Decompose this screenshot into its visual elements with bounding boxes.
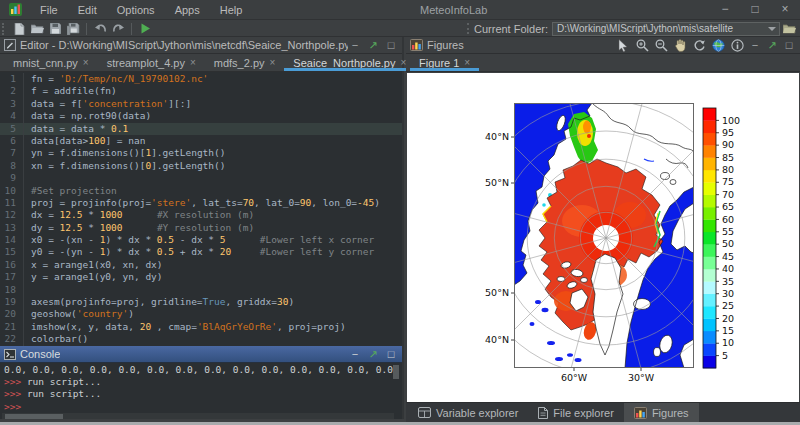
undo-button[interactable] xyxy=(91,21,109,36)
meteoinfolab-window: { "window": { "title": "MeteoInfoLab", "… xyxy=(0,0,800,425)
close-icon[interactable]: × xyxy=(190,57,196,68)
close-icon[interactable]: × xyxy=(464,57,470,68)
colorbar-tick-label: 45 xyxy=(722,251,734,262)
run-script-button[interactable] xyxy=(136,21,154,36)
window-minimize-button[interactable]: − xyxy=(710,0,740,20)
editor-float-button[interactable]: ↗ xyxy=(366,38,380,52)
code-text: colorbar() xyxy=(31,333,88,345)
editor-panel-title: Editor - D:\Working\MIScript\Jython\mis\… xyxy=(20,39,348,51)
tab-streamplot_4-py[interactable]: streamplot_4.py× xyxy=(98,54,205,71)
editor-minimize-button[interactable]: − xyxy=(348,38,362,52)
colorbar-tick-label: 90 xyxy=(722,139,734,150)
new-file-button[interactable] xyxy=(10,21,28,36)
console-prompt: >>> xyxy=(4,388,27,399)
code-editor[interactable]: 1fn = 'D:/Temp/nc/N_19790102.nc'2f = add… xyxy=(0,73,402,346)
code-line[interactable]: 10#Set projection xyxy=(0,185,402,197)
code-line[interactable]: 6data[data>100] = nan xyxy=(0,135,402,147)
zoom-in-icon xyxy=(636,39,649,52)
menu-item-help[interactable]: Help xyxy=(210,0,253,20)
code-line[interactable]: 16x = arange1(x0, xn, dx) xyxy=(0,259,402,271)
colorbar-tick-label: 15 xyxy=(722,325,734,336)
tab-file-explorer[interactable]: File explorer xyxy=(528,403,624,422)
console-float-button[interactable]: ↗ xyxy=(366,347,380,361)
tab-seaice_northpole-py[interactable]: Seaice_Northpole.py× xyxy=(284,54,415,71)
line-number: 1 xyxy=(0,73,24,85)
console-maximize-button[interactable]: □ xyxy=(384,347,398,361)
info-icon xyxy=(731,39,744,52)
pan-tool-button[interactable] xyxy=(672,38,688,53)
editor-maximize-button[interactable]: □ xyxy=(384,38,398,52)
code-text: f = addfile(fn) xyxy=(31,85,117,97)
console-output[interactable]: 0.0, 0.0, 0.0, 0.0, 0.0, 0.0, 0.0, 0.0, … xyxy=(0,364,394,413)
close-icon[interactable]: × xyxy=(270,57,276,68)
console-prompt: >>> xyxy=(4,376,27,387)
code-line[interactable]: 20geoshow('country') xyxy=(0,308,402,320)
menu-item-apps[interactable]: Apps xyxy=(165,0,210,20)
tab-mnist_cnn-py[interactable]: mnist_cnn.py× xyxy=(4,54,98,71)
colorbar-tick-label: 85 xyxy=(722,152,734,163)
cursor-icon xyxy=(617,39,629,52)
console-minimize-button[interactable]: − xyxy=(348,347,362,361)
code-line[interactable]: 11proj = projinfo(proj='stere', lat_ts=7… xyxy=(0,197,402,209)
code-line[interactable]: 17y = arange1(y0, yn, dy) xyxy=(0,271,402,283)
code-line[interactable]: 4data = np.rot90(data) xyxy=(0,110,402,122)
line-number: 19 xyxy=(0,296,24,308)
rotate-tool-button[interactable] xyxy=(691,38,707,53)
menu-item-options[interactable]: Options xyxy=(107,0,165,20)
window-close-button[interactable]: × xyxy=(770,0,800,20)
colorbar-tick-label: 25 xyxy=(722,300,734,311)
figures-minimize-button[interactable]: − xyxy=(748,38,762,52)
save-all-button[interactable] xyxy=(64,21,82,36)
colorbar: 1009590858075706560555045403530252015105 xyxy=(703,108,740,368)
code-text: x0 = -(xn - 1) * dx * 0.5 - dx * 5 #Lowe… xyxy=(31,234,374,246)
save-icon xyxy=(50,23,61,34)
tab-figure-1[interactable]: Figure 1 × xyxy=(410,54,479,71)
editor-tab-label: mnist_cnn.py xyxy=(13,57,78,69)
figure-tab-label: Figure 1 xyxy=(419,57,459,69)
tab-figures[interactable]: Figures xyxy=(624,403,699,422)
code-line[interactable]: 14x0 = -(xn - 1) * dx * 0.5 - dx * 5 #Lo… xyxy=(0,234,402,246)
code-line[interactable]: 19axesm(projinfo=proj, gridline=True, gr… xyxy=(0,296,402,308)
colorbar-tick-label: 65 xyxy=(722,201,734,212)
tab-mdfs_2-py[interactable]: mdfs_2.py× xyxy=(205,54,285,71)
code-line[interactable]: 1fn = 'D:/Temp/nc/N_19790102.nc' xyxy=(0,73,402,85)
info-tool-button[interactable] xyxy=(729,38,745,53)
tab-label: Variable explorer xyxy=(436,407,518,419)
current-folder-combobox[interactable]: D:\Working\MIScript\Jython\mis\satellite xyxy=(552,22,780,36)
code-line[interactable]: 8xn = f.dimensions()[0].getLength() xyxy=(0,160,402,172)
code-line[interactable]: 3data = f['concentration'][:] xyxy=(0,98,402,110)
save-button[interactable] xyxy=(46,21,64,36)
figures-icon xyxy=(410,39,423,51)
tab-variable-explorer[interactable]: Variable explorer xyxy=(408,403,528,422)
code-line[interactable]: 7yn = f.dimensions()[1].getLength() xyxy=(0,147,402,159)
zoom-out-tool-button[interactable] xyxy=(653,38,669,53)
window-maximize-button[interactable]: □ xyxy=(740,0,770,20)
code-text: axesm(projinfo=proj, gridline=True, grid… xyxy=(31,296,294,308)
code-line[interactable]: 2f = addfile(fn) xyxy=(0,85,402,97)
figures-float-button[interactable]: ↗ xyxy=(765,38,779,52)
code-line[interactable]: 12dx = 12.5 * 1000 #X resolution (m) xyxy=(0,209,402,221)
figure-canvas[interactable]: 40°N50°N50°N40°N60°W30°W 100959085807570… xyxy=(407,73,799,402)
globe-tool-button[interactable] xyxy=(710,38,726,53)
zoom-in-tool-button[interactable] xyxy=(634,38,650,53)
redo-button[interactable] xyxy=(109,21,127,36)
open-file-button[interactable] xyxy=(28,21,46,36)
colorbar-tick-label: 35 xyxy=(722,276,734,287)
console-line: 0.0, 0.0, 0.0, 0.0, 0.0, 0.0, 0.0, 0.0, … xyxy=(0,364,394,376)
code-line[interactable]: 9 xyxy=(0,172,402,184)
figures-maximize-button[interactable]: □ xyxy=(782,38,796,52)
code-line[interactable]: 18 xyxy=(0,284,402,296)
code-line[interactable]: 15y0 = -(yn - 1) * dx * 0.5 + dx * 20 #L… xyxy=(0,246,402,258)
chevron-down-icon[interactable] xyxy=(768,27,776,31)
line-number: 4 xyxy=(0,110,24,122)
code-line[interactable]: 21imshow(x, y, data, 20 , cmap='BlAqGrYe… xyxy=(0,321,402,333)
code-line[interactable]: 5data = data * 0.1 xyxy=(0,123,402,135)
menu-item-file[interactable]: File xyxy=(30,0,68,20)
menu-item-edit[interactable]: Edit xyxy=(68,0,107,20)
browse-folder-button[interactable] xyxy=(783,23,796,36)
code-line[interactable]: 22colorbar() xyxy=(0,333,402,345)
console-vertical-scrollbar[interactable] xyxy=(393,365,399,379)
select-tool-button[interactable] xyxy=(615,38,631,53)
close-icon[interactable]: × xyxy=(83,57,89,68)
code-line[interactable]: 13dy = 12.5 * 1000 #Y resolution (m) xyxy=(0,222,402,234)
